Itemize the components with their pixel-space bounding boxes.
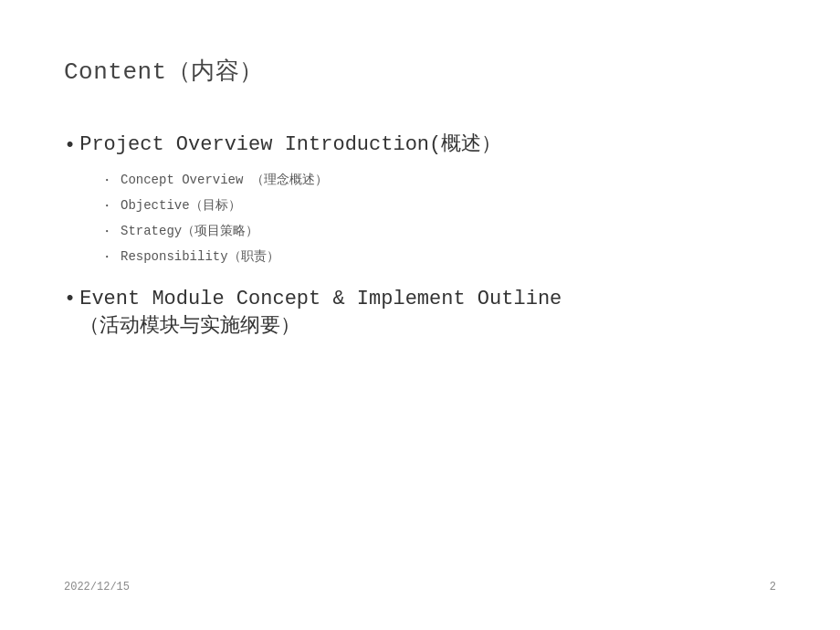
bullet-2-dot: • <box>64 287 76 313</box>
bullet-2-text-block: Event Module Concept & Implement Outline… <box>79 286 562 342</box>
sub-bullet-3: ・ Strategy（项目策略） <box>100 222 776 242</box>
sub-bullet-2-dot: ・ <box>100 197 113 216</box>
content-area: • Project Overview Introduction(概述） ・ Co… <box>64 132 776 562</box>
sub-bullet-1-text: Concept Overview （理念概述） <box>121 171 328 190</box>
sub-bullet-1: ・ Concept Overview （理念概述） <box>100 171 776 191</box>
bullet-2-line2: （活动模块与实施纲要） <box>79 313 562 341</box>
sub-bullet-1-dot: ・ <box>100 172 113 191</box>
bullet-1: • Project Overview Introduction(概述） <box>64 132 776 160</box>
sub-bullet-2-text: Objective（目标） <box>121 196 241 215</box>
slide: Content（内容） • Project Overview Introduct… <box>0 0 840 630</box>
footer-page: 2 <box>770 581 776 593</box>
sub-bullet-4: ・ Responsibility（职责） <box>100 247 776 268</box>
sub-bullet-3-text: Strategy（项目策略） <box>121 222 258 241</box>
sub-bullet-2: ・ Objective（目标） <box>100 196 776 216</box>
footer-date: 2022/12/15 <box>64 581 130 593</box>
sub-bullet-4-text: Responsibility（职责） <box>121 247 279 267</box>
sub-bullet-3-dot: ・ <box>100 223 113 242</box>
slide-footer: 2022/12/15 2 <box>64 562 776 593</box>
bullet-2-line1: Event Module Concept & Implement Outline <box>79 286 562 314</box>
bullet-1-dot: • <box>64 133 76 160</box>
sub-bullet-4-dot: ・ <box>100 248 113 268</box>
sub-bullets: ・ Concept Overview （理念概述） ・ Objective（目标… <box>100 171 776 273</box>
bullet-2: • Event Module Concept & Implement Outli… <box>64 286 776 342</box>
slide-title: Content（内容） <box>64 55 776 87</box>
bullet-1-text: Project Overview Introduction(概述） <box>79 132 501 159</box>
